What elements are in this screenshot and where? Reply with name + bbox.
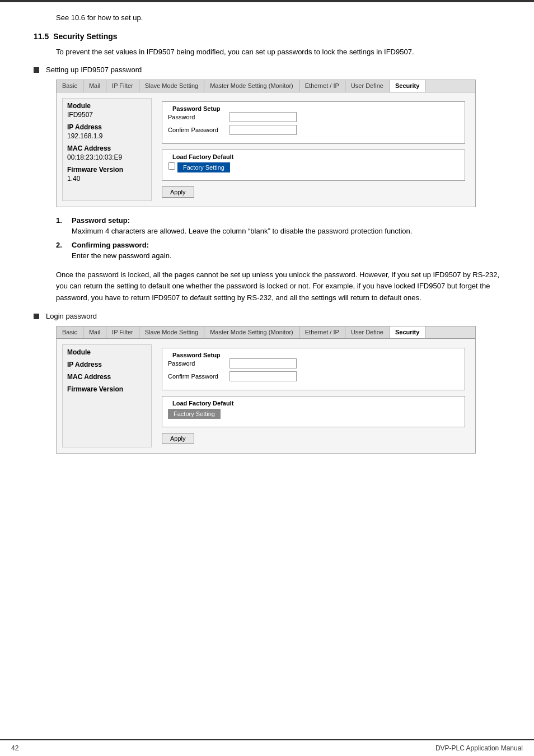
- num-list: 1. Password setup: Maximum 4 characters …: [56, 216, 500, 262]
- intro-text: See 10.6 for how to set up.: [56, 13, 500, 22]
- num-2-label: 2.: [56, 241, 67, 262]
- section-header: 11.5 Security Settings: [34, 32, 500, 41]
- confirm-input-2[interactable]: [229, 371, 297, 381]
- bullet-item-1: Setting up IFD9507 password: [34, 66, 500, 74]
- section-number: 11.5: [34, 32, 49, 41]
- panel2: Basic Mail IP Filter Slave Mode Setting …: [56, 326, 476, 454]
- tab-master-2[interactable]: Master Mode Setting (Monitor): [204, 326, 299, 338]
- ip-label-2: IP Address: [67, 361, 147, 368]
- password-label-2: Password: [168, 360, 229, 367]
- tab-ethernet[interactable]: Ethernet / IP: [299, 80, 345, 92]
- tab-ethernet-2[interactable]: Ethernet / IP: [299, 326, 345, 338]
- factory-box-1: Load Factory Default Factory Setting: [162, 150, 465, 181]
- tab-userdefine-2[interactable]: User Define: [345, 326, 390, 338]
- tab-basic[interactable]: Basic: [57, 80, 83, 92]
- tab-bar-1: Basic Mail IP Filter Slave Mode Setting …: [57, 80, 475, 92]
- confirm-row-1: Confirm Password: [168, 125, 459, 135]
- password-setup-box-1: Password Setup Password Confirm Password: [162, 101, 465, 144]
- bullet-label-2: Login password: [46, 312, 97, 320]
- mac-label-2: MAC Address: [67, 373, 147, 381]
- main-paragraph: Once the password is locked, all the pag…: [56, 269, 500, 304]
- bullet-square-1: [34, 67, 39, 73]
- section-title: Security Settings: [53, 32, 117, 41]
- page-number: 42: [11, 744, 18, 752]
- bullet-square-2: [34, 314, 39, 319]
- left-pane-2: Module IP Address MAC Address Firmware V…: [62, 344, 152, 447]
- apply-btn-2[interactable]: Apply: [162, 433, 194, 444]
- confirm-input-1[interactable]: [229, 125, 297, 135]
- tab-slave[interactable]: Slave Mode Setting: [139, 80, 204, 92]
- num-1-content: Password setup: Maximum 4 characters are…: [72, 216, 412, 237]
- factory-legend-1: Load Factory Default: [170, 153, 459, 160]
- password-row-2: Password: [168, 358, 459, 368]
- password-label-1: Password: [168, 114, 229, 120]
- factory-legend-2: Load Factory Default: [170, 400, 459, 407]
- num-item-2: 2. Confirming password: Enter the new pa…: [56, 241, 500, 262]
- tab-security-2[interactable]: Security: [390, 326, 425, 338]
- factory-checkbox-row-1: Factory Setting: [168, 160, 459, 172]
- num-2-desc: Enter the new password again.: [72, 250, 172, 262]
- ip-label-1: IP Address: [67, 123, 147, 131]
- confirm-label-1: Confirm Password: [168, 127, 229, 133]
- section-description: To prevent the set values in IFD9507 bei…: [56, 46, 500, 58]
- right-pane-1: Password Setup Password Confirm Password…: [157, 98, 470, 201]
- tab-bar-2: Basic Mail IP Filter Slave Mode Setting …: [57, 326, 475, 339]
- left-pane-1: Module IFD9507 IP Address 192.168.1.9 MA…: [62, 98, 152, 201]
- password-setup-box-2: Password Setup Password Confirm Password: [162, 348, 465, 390]
- module-label-1: Module: [67, 102, 147, 110]
- tab-ipfilter-2[interactable]: IP Filter: [106, 326, 139, 338]
- password-row-1: Password: [168, 112, 459, 122]
- num-item-1: 1. Password setup: Maximum 4 characters …: [56, 216, 500, 237]
- tab-ipfilter[interactable]: IP Filter: [106, 80, 139, 92]
- mac-value-1: 00:18:23:10:03:E9: [67, 153, 147, 161]
- confirm-row-2: Confirm Password: [168, 371, 459, 381]
- factory-btn-2[interactable]: Factory Setting: [168, 409, 221, 419]
- tab-slave-2[interactable]: Slave Mode Setting: [139, 326, 204, 338]
- fw-label-2: Firmware Version: [67, 385, 147, 393]
- factory-checkbox-row-2: Factory Setting: [168, 407, 459, 419]
- bullet-item-2: Login password: [34, 312, 500, 320]
- tab-userdefine[interactable]: User Define: [345, 80, 390, 92]
- panel1: Basic Mail IP Filter Slave Mode Setting …: [56, 80, 476, 207]
- tab-mail-2[interactable]: Mail: [83, 326, 106, 338]
- module-label-2: Module: [67, 348, 147, 356]
- num-2-title: Confirming password:: [72, 241, 149, 249]
- right-pane-2: Password Setup Password Confirm Password…: [157, 344, 470, 447]
- factory-btn-1[interactable]: Factory Setting: [177, 162, 230, 172]
- fw-value-1: 1.40: [67, 175, 147, 183]
- tab-mail[interactable]: Mail: [83, 80, 106, 92]
- bottom-bar: 42 DVP-PLC Application Manual: [0, 739, 534, 756]
- confirm-label-2: Confirm Password: [168, 373, 229, 380]
- password-input-1[interactable]: [229, 112, 297, 122]
- apply-btn-1[interactable]: Apply: [162, 186, 194, 198]
- password-legend-1: Password Setup: [170, 105, 459, 112]
- password-input-2[interactable]: [229, 358, 297, 368]
- panel2-body: Module IP Address MAC Address Firmware V…: [57, 339, 475, 453]
- manual-title: DVP-PLC Application Manual: [435, 744, 523, 752]
- num-1-label: 1.: [56, 216, 67, 237]
- password-legend-2: Password Setup: [170, 352, 459, 358]
- bullet-label-1: Setting up IFD9507 password: [46, 66, 142, 74]
- tab-master[interactable]: Master Mode Setting (Monitor): [204, 80, 299, 92]
- num-2-content: Confirming password: Enter the new passw…: [72, 241, 172, 262]
- module-value-1: IFD9507: [67, 111, 147, 119]
- tab-security-1[interactable]: Security: [390, 80, 425, 92]
- fw-label-1: Firmware Version: [67, 166, 147, 174]
- num-1-title: Password setup:: [72, 216, 130, 225]
- factory-checkbox-1[interactable]: [168, 162, 175, 170]
- tab-basic-2[interactable]: Basic: [57, 326, 83, 338]
- ip-value-1: 192.168.1.9: [67, 132, 147, 140]
- panel1-body: Module IFD9507 IP Address 192.168.1.9 MA…: [57, 92, 475, 207]
- factory-box-2: Load Factory Default Factory Setting: [162, 396, 465, 427]
- num-1-desc: Maximum 4 characters are allowed. Leave …: [72, 226, 412, 237]
- mac-label-1: MAC Address: [67, 144, 147, 152]
